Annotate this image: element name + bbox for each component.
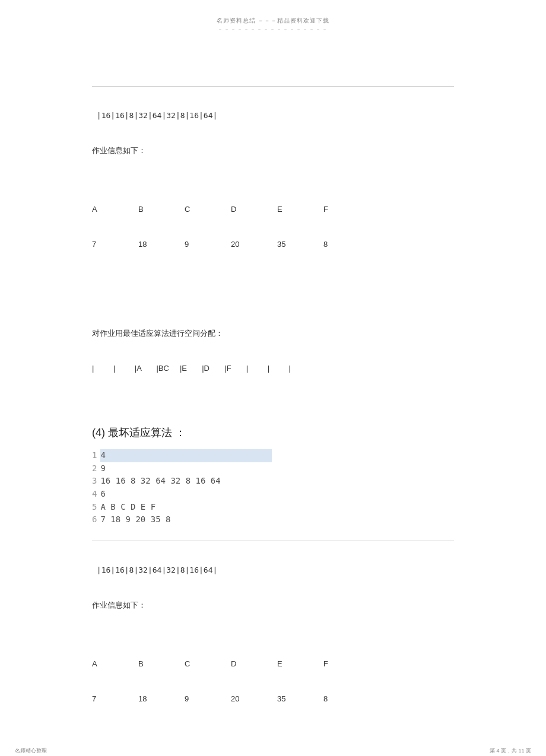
footer-right: 第 4 页，共 11 页	[490, 747, 531, 755]
job-label: C	[185, 658, 231, 670]
jobs-table: A B C D E F 7 18 9 20 35 8	[92, 180, 454, 273]
job-label: F	[323, 658, 370, 670]
job-value: 7	[92, 239, 138, 250]
line-number: 2	[92, 463, 97, 473]
jobs-header: 作业信息如下：	[92, 599, 454, 611]
job-value: 9	[185, 239, 231, 250]
table-row: A B C D E F	[92, 658, 454, 670]
job-value: 8	[323, 693, 370, 705]
input-line: 316 16 8 32 64 32 8 16 64	[92, 475, 454, 488]
page-header: 名师资料总结 －－－精品资料欢迎下载 －－－－－－－－－－－－－－－－－	[0, 0, 546, 33]
job-label: A	[92, 658, 138, 670]
table-row: A B C D E F	[92, 204, 454, 215]
line-text: 4	[100, 449, 271, 462]
line-text: A B C D E F	[100, 502, 155, 512]
job-label: B	[138, 204, 185, 215]
job-label: D	[231, 658, 277, 670]
input-line: 46	[92, 488, 454, 501]
section-4-title: (4) 最坏适应算法 ：	[92, 425, 454, 440]
job-label: F	[323, 204, 370, 215]
job-label: E	[277, 658, 323, 670]
line-number: 6	[92, 514, 97, 524]
job-value: 9	[185, 693, 231, 705]
header-title: 名师资料总结 －－－精品资料欢迎下载	[0, 17, 546, 25]
job-value: 20	[231, 239, 277, 250]
job-value: 35	[277, 239, 323, 250]
input-line: 29	[92, 462, 454, 475]
line-text: 7 18 9 20 35 8	[100, 514, 170, 524]
line-text: 16 16 8 32 64 32 8 16 64	[100, 476, 220, 485]
footer-left: 名师精心整理	[15, 747, 47, 755]
table-row: 7 18 9 20 35 8	[92, 693, 454, 705]
job-label: C	[185, 204, 231, 215]
alloc-row: | | |A |BC |E |D |F | | |	[92, 363, 454, 374]
best-fit-block: |16|16|8|32|64|32|8|16|64| 作业信息如下： A B C…	[92, 86, 454, 397]
input-line: 67 18 9 20 35 8	[92, 513, 454, 526]
line-number: 5	[92, 502, 97, 512]
job-value: 7	[92, 693, 138, 705]
job-label: E	[277, 204, 323, 215]
job-label: B	[138, 658, 185, 670]
partition-line: |16|16|8|32|64|32|8|16|64|	[92, 110, 454, 122]
input-data-block: 14 29 316 16 8 32 64 32 8 16 64 46 5A B …	[92, 449, 454, 526]
job-label: D	[231, 204, 277, 215]
job-value: 18	[138, 239, 185, 250]
line-text: 6	[100, 489, 105, 498]
job-value: 35	[277, 693, 323, 705]
partition-line: |16|16|8|32|64|32|8|16|64|	[92, 564, 454, 576]
input-line: 14	[92, 449, 454, 462]
job-value: 20	[231, 693, 277, 705]
job-value: 8	[323, 239, 370, 250]
input-line: 5A B C D E F	[92, 501, 454, 514]
alloc-header: 对作业用最佳适应算法进行空间分配：	[92, 328, 454, 339]
job-value: 18	[138, 693, 185, 705]
table-row: 7 18 9 20 35 8	[92, 239, 454, 250]
line-number: 4	[92, 489, 97, 498]
header-subtitle: －－－－－－－－－－－－－－－－－	[0, 26, 546, 33]
line-text: 9	[100, 463, 105, 473]
line-number: 1	[92, 450, 97, 460]
page-content: |16|16|8|32|64|32|8|16|64| 作业信息如下： A B C…	[0, 33, 546, 756]
jobs-table: A B C D E F 7 18 9 20 35 8	[92, 635, 454, 728]
jobs-header: 作业信息如下：	[92, 145, 454, 157]
worst-fit-block: |16|16|8|32|64|32|8|16|64| 作业信息如下： A B C…	[92, 541, 454, 756]
line-number: 3	[92, 476, 97, 485]
job-label: A	[92, 204, 138, 215]
